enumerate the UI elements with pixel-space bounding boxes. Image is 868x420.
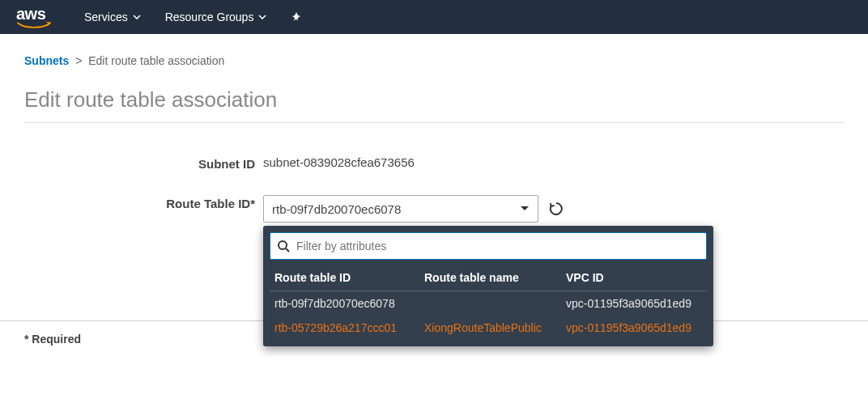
option-vpc-id: vpc-01195f3a9065d1ed9 bbox=[566, 297, 702, 310]
option-rtb-name bbox=[424, 297, 566, 310]
option-vpc-id: vpc-01195f3a9065d1ed9 bbox=[566, 321, 702, 334]
caret-down-icon bbox=[520, 206, 530, 212]
nav-pin[interactable] bbox=[291, 11, 302, 23]
dropdown-option[interactable]: rtb-05729b26a217ccc01 XiongRouteTablePub… bbox=[270, 316, 707, 340]
option-rtb-id: rtb-09f7db20070ec6078 bbox=[274, 297, 424, 310]
dropdown-filter-input[interactable] bbox=[296, 240, 700, 252]
route-table-dropdown: Route table ID Route table name VPC ID r… bbox=[263, 226, 713, 346]
refresh-button[interactable] bbox=[547, 199, 566, 218]
route-table-select[interactable]: rtb-09f7db20070ec6078 bbox=[263, 195, 538, 223]
route-table-selected-value: rtb-09f7db20070ec6078 bbox=[272, 202, 401, 216]
value-subnet-id: subnet-0839028cfea673656 bbox=[263, 155, 415, 169]
top-nav: aws Services Resource Groups bbox=[0, 0, 868, 34]
aws-logo-text: aws bbox=[16, 5, 52, 23]
label-subnet-id: Subnet ID bbox=[24, 155, 255, 171]
svg-point-0 bbox=[279, 241, 287, 249]
row-route-table-id: Route Table ID* rtb-09f7db20070ec6078 bbox=[24, 195, 844, 223]
breadcrumb-current: Edit route table association bbox=[88, 54, 224, 67]
breadcrumb-separator: > bbox=[75, 54, 82, 67]
chevron-down-icon bbox=[133, 15, 141, 19]
search-icon bbox=[277, 240, 290, 252]
header-route-table-name: Route table name bbox=[424, 271, 566, 284]
dropdown-option[interactable]: rtb-09f7db20070ec6078 vpc-01195f3a9065d1… bbox=[270, 291, 707, 316]
header-vpc-id: VPC ID bbox=[566, 271, 702, 284]
row-subnet-id: Subnet ID subnet-0839028cfea673656 bbox=[24, 155, 844, 171]
page-content: Subnets > Edit route table association E… bbox=[0, 34, 868, 272]
nav-services[interactable]: Services bbox=[84, 11, 141, 23]
page-title: Edit route table association bbox=[24, 87, 844, 123]
svg-line-1 bbox=[286, 248, 289, 252]
nav-services-label: Services bbox=[84, 11, 128, 23]
dropdown-table: Route table ID Route table name VPC ID r… bbox=[270, 265, 707, 340]
aws-logo[interactable]: aws bbox=[16, 5, 52, 30]
dropdown-header-row: Route table ID Route table name VPC ID bbox=[270, 265, 707, 291]
pin-icon bbox=[291, 11, 302, 23]
breadcrumb: Subnets > Edit route table association bbox=[24, 54, 844, 67]
refresh-icon bbox=[548, 201, 564, 217]
option-rtb-id: rtb-05729b26a217ccc01 bbox=[274, 321, 424, 334]
header-route-table-id: Route table ID bbox=[274, 271, 424, 284]
nav-resource-groups[interactable]: Resource Groups bbox=[165, 11, 267, 23]
label-route-table-id: Route Table ID* bbox=[24, 195, 255, 210]
dropdown-search[interactable] bbox=[270, 232, 707, 260]
nav-resource-groups-label: Resource Groups bbox=[165, 11, 254, 23]
chevron-down-icon bbox=[258, 15, 266, 19]
option-rtb-name: XiongRouteTablePublic bbox=[424, 321, 566, 334]
breadcrumb-root[interactable]: Subnets bbox=[24, 54, 69, 67]
